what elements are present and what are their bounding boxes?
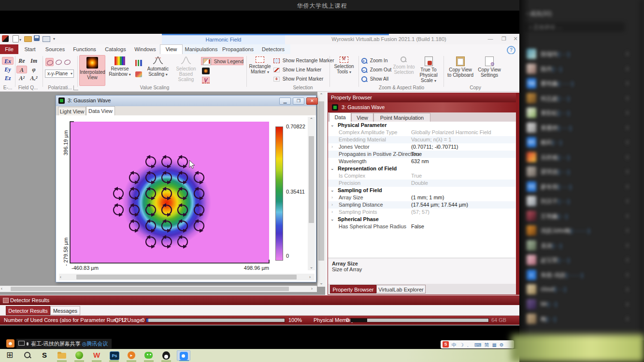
member-item[interactable]: ok朱雨-讯技(·······) — [519, 268, 640, 282]
member-item[interactable]: 王明鑫(···) — [519, 209, 640, 223]
scroll-right-icon[interactable]: › — [309, 274, 311, 280]
member-item[interactable]: 梁琪苗(····) — [519, 165, 640, 179]
member-item[interactable]: 袁涛(···) — [519, 238, 640, 253]
qat-customize-icon[interactable]: ▾ — [53, 37, 55, 41]
scaling-brush-icon[interactable] — [135, 71, 142, 77]
member-item[interactable]: 梅(···) — [519, 312, 640, 326]
meeting-app-link[interactable]: ◎腾讯会议 — [82, 341, 108, 347]
scroll-up-icon[interactable]: ⌃ — [308, 117, 315, 123]
selection-tools-button[interactable]: ⚒ Selection Tools ▾ — [332, 55, 356, 86]
property-row[interactable]: ⌄Physical Parameter — [328, 122, 515, 129]
zoom-out-button[interactable]: − Zoom Out — [361, 66, 391, 74]
music-app[interactable] — [125, 350, 138, 361]
mdi-horizontal-scrollbar[interactable]: ‹ › — [0, 286, 317, 292]
share-notice-pill[interactable]: 崔工-讯技的屏幕共享 ◎腾讯会议 — [16, 339, 112, 348]
ime-icon[interactable]: ▦ — [492, 342, 496, 348]
copy-view-settings-button[interactable]: Copy View Settings — [475, 55, 503, 86]
field-plot[interactable] — [70, 122, 269, 263]
ime-icon[interactable]: 、 — [467, 342, 472, 348]
polarization-ellipse2-icon[interactable] — [55, 58, 63, 66]
member-item[interactable]: 黄蔡烨(·····) — [519, 121, 640, 135]
polarization-ellipse3-icon[interactable] — [63, 58, 72, 66]
tab-light-view[interactable]: Light View — [58, 107, 86, 115]
ez-button[interactable]: Ez — [2, 74, 14, 82]
phase-button[interactable]: φ — [28, 66, 40, 73]
amplitude-button[interactable]: A — [16, 66, 27, 73]
show-legend-button[interactable]: Show Legend — [201, 57, 243, 65]
doc-minimize-button[interactable]: ▁ — [279, 97, 291, 105]
tab-view[interactable]: View — [351, 113, 373, 122]
ribbon-tab-windows[interactable]: Windows — [130, 44, 160, 54]
member-item[interactable]: 赖莉赖莉(···) — [519, 135, 640, 150]
scroll-down-icon[interactable]: ⌄ — [317, 280, 325, 286]
tab-virtuallab-explorer[interactable]: VirtualLab Explorer — [376, 285, 426, 293]
zoom-in-button[interactable]: + Zoom In — [361, 56, 387, 65]
mdi-vertical-scrollbar[interactable]: ⌃ ⌄ — [317, 92, 325, 287]
scaling-chart-icon[interactable] — [135, 60, 142, 66]
member-search-input[interactable]: ⌕ 正在讲话: ... — [525, 22, 625, 32]
tab-data-view[interactable]: Data View — [86, 106, 115, 115]
save-icon[interactable] — [34, 35, 40, 41]
show-line-marker-button[interactable]: Show Line Marker — [273, 66, 321, 74]
scroll-right-icon[interactable]: › — [311, 286, 313, 292]
member-item[interactable]: 明鑫蔡明鑫(······) — [519, 76, 640, 91]
interpolated-view-button[interactable]: Interpolated View — [79, 55, 105, 86]
member-item[interactable]: 陈瑞玲(····) — [519, 47, 640, 61]
member-item[interactable]: 刘汉子(····) — [519, 194, 640, 209]
new-document-icon[interactable] — [13, 35, 19, 42]
copy-view-to-clipboard-button[interactable]: Copy View to Clipboard — [446, 55, 474, 86]
doc-close-button[interactable]: ✕ — [306, 97, 318, 105]
ribbon-tab-sources[interactable]: Sources — [42, 44, 69, 54]
tab-detector-results[interactable]: Detector Results — [6, 306, 50, 315]
file-explorer[interactable] — [55, 350, 69, 361]
ribbon-tab-file[interactable]: File — [0, 44, 18, 54]
property-row[interactable]: ⌄Sampling of Field — [328, 187, 515, 194]
sidebar-scroll-area[interactable] — [639, 0, 644, 340]
property-row[interactable]: Complex Amplitude TypeGlobally Polarized… — [328, 129, 515, 136]
amplitude-squared-button[interactable]: A² — [16, 74, 27, 82]
ime-icon[interactable]: 中 — [452, 342, 457, 348]
doc-restore-button[interactable]: ❐ — [293, 97, 304, 105]
ime-icon[interactable]: ⚙ — [500, 342, 504, 348]
s-app-logo[interactable]: S — [38, 350, 51, 361]
help-icon[interactable]: ? — [507, 46, 515, 55]
member-item[interactable]: 冬阳廖冬阳(·····) — [519, 180, 640, 194]
dark-view-icon[interactable] — [202, 68, 210, 74]
show-point-marker-button[interactable]: + Show Point Marker — [273, 75, 323, 83]
wps-office[interactable]: W — [90, 350, 103, 361]
ribbon-tab-detectors[interactable]: Detectors — [256, 44, 290, 54]
doc-vertical-scrollbar[interactable]: ⌃ ⌄ — [308, 117, 315, 270]
scroll-left-icon[interactable]: ‹ — [60, 274, 61, 280]
member-item[interactable]: cloud(····) — [519, 282, 640, 297]
true-to-physical-scale-button[interactable]: True To Physical Scale ▾ — [416, 55, 441, 86]
property-row[interactable]: Embedding MaterialVacuum; n(λ) = 1 — [328, 136, 515, 143]
browser-app[interactable] — [72, 350, 86, 361]
property-row[interactable]: ›Sampling Distance(17.544 µm; 17.544 µm) — [328, 201, 515, 209]
document-titlebar[interactable]: 3: Gaussian Wave ▁ ❐ ✕ — [56, 96, 316, 106]
show-all-button[interactable]: Show All — [361, 75, 388, 83]
minimize-button[interactable]: — — [485, 35, 496, 42]
real-part-button[interactable]: Re — [16, 57, 27, 65]
property-row[interactable]: PrecisionDouble — [328, 180, 515, 187]
property-row[interactable]: Has Spherical Phase RadiusFalse — [328, 223, 515, 230]
rectangle-marker-button[interactable]: Rectangle Marker ▾ — [248, 55, 272, 86]
property-browser-title[interactable]: Property Browser — [328, 93, 519, 102]
start-button[interactable]: ⊞ — [3, 350, 16, 361]
doc-horizontal-scrollbar[interactable]: ‹ › — [59, 274, 315, 280]
ex-button[interactable]: Ex — [2, 57, 14, 65]
ribbon-tab-start[interactable]: Start — [18, 44, 42, 54]
ime-icon[interactable]: ☽ — [459, 342, 464, 348]
member-item[interactable]: Mr(···) — [519, 297, 640, 312]
new-dropdown-icon[interactable]: ▾ — [19, 38, 21, 42]
ribbon-tab-view[interactable]: View — [160, 44, 183, 54]
polarization-ellipse-icon[interactable] — [45, 58, 54, 66]
automatic-scaling-button[interactable]: Automatic Scaling ▾ — [145, 55, 171, 86]
ime-icon[interactable]: 简 — [484, 342, 489, 348]
member-item[interactable]: 黄彩虹(····) — [519, 106, 640, 120]
ribbon-tab-propagations[interactable]: Propagations — [220, 44, 256, 54]
ribbon-tab-catalogs[interactable]: Catalogs — [100, 44, 130, 54]
qq[interactable] — [159, 350, 173, 361]
search-button[interactable] — [20, 350, 34, 361]
reverse-rainbow-button[interactable]: Reverse Rainbow ▾ — [107, 55, 132, 86]
scroll-up-icon[interactable]: ⌃ — [317, 92, 325, 98]
